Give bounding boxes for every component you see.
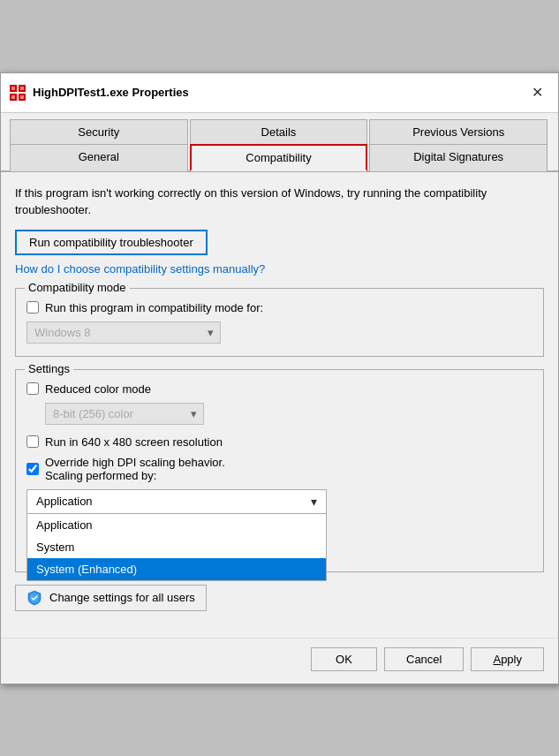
tab-general[interactable]: General	[10, 144, 188, 171]
compat-mode-checkbox-row: Run this program in compatibility mode f…	[26, 301, 533, 314]
tab-previous-versions[interactable]: Previous Versions	[369, 119, 548, 144]
title-bar: HighDPITest1.exe Properties ✕	[1, 73, 558, 113]
override-dpi-text: Override high DPI scaling behavior. Scal…	[45, 456, 225, 482]
ok-button[interactable]: OK	[311, 647, 377, 671]
dpi-dropdown-wrapper: Application ▾ Application System System …	[26, 489, 327, 514]
cancel-button[interactable]: Cancel	[384, 647, 464, 671]
dpi-dropdown-arrow-icon: ▾	[311, 495, 317, 509]
footer-buttons: OK Cancel Apply	[1, 638, 558, 684]
svg-rect-4	[11, 87, 15, 90]
dpi-option-application[interactable]: Application	[27, 514, 326, 536]
color-select[interactable]: 8-bit (256) color 16-bit color	[45, 403, 204, 425]
resolution-label: Run in 640 x 480 screen resolution	[45, 435, 223, 449]
close-button[interactable]: ✕	[525, 80, 549, 105]
resolution-row: Run in 640 x 480 screen resolution	[26, 435, 533, 449]
reduced-color-row: Reduced color mode	[26, 382, 533, 396]
dpi-dropdown-list: Application System System (Enhanced)	[26, 514, 327, 581]
tabs-container: Security Details Previous Versions Gener…	[1, 113, 558, 172]
svg-rect-5	[20, 87, 24, 90]
dpi-dropdown-value: Application	[36, 495, 93, 508]
change-settings-label: Change settings for all users	[49, 591, 195, 604]
settings-group: Settings Reduced color mode 8-bit (256) …	[15, 369, 544, 572]
shield-icon	[26, 590, 42, 606]
dpi-option-system[interactable]: System	[27, 536, 326, 558]
compat-mode-checkbox[interactable]	[26, 301, 39, 314]
change-settings-button[interactable]: Change settings for all users	[15, 585, 207, 611]
apply-button[interactable]: Apply	[471, 647, 544, 671]
reduced-color-checkbox[interactable]	[26, 382, 39, 395]
dpi-dropdown[interactable]: Application ▾	[26, 489, 327, 514]
app-icon	[10, 85, 26, 101]
settings-label: Settings	[25, 362, 73, 375]
compatibility-mode-group: Compatibility mode Run this program in c…	[15, 288, 544, 357]
override-dpi-row: Override high DPI scaling behavior. Scal…	[26, 456, 533, 482]
tab-details[interactable]: Details	[190, 119, 368, 144]
run-troubleshooter-button[interactable]: Run compatibility troubleshooter	[15, 230, 208, 255]
help-link[interactable]: How do I choose compatibility settings m…	[15, 262, 544, 276]
compatibility-mode-label: Compatibility mode	[25, 281, 130, 294]
description-text: If this program isn't working correctly …	[15, 185, 544, 219]
compat-mode-select-wrapper: Windows 8 Windows 7 Windows XP Windows V…	[26, 321, 221, 344]
reduced-color-label: Reduced color mode	[45, 382, 151, 396]
window-title: HighDPITest1.exe Properties	[33, 86, 189, 99]
tab-security[interactable]: Security	[10, 119, 188, 144]
color-select-wrapper: 8-bit (256) color 16-bit color	[45, 403, 204, 425]
tab-digital-signatures[interactable]: Digital Signatures	[369, 144, 548, 171]
svg-rect-7	[20, 95, 24, 99]
svg-rect-6	[11, 95, 15, 99]
dpi-option-system-enhanced[interactable]: System (Enhanced)	[27, 558, 326, 580]
compat-mode-checkbox-label: Run this program in compatibility mode f…	[45, 301, 263, 314]
resolution-checkbox[interactable]	[26, 435, 39, 448]
override-dpi-checkbox[interactable]	[26, 463, 39, 475]
compat-mode-select[interactable]: Windows 8 Windows 7 Windows XP Windows V…	[26, 321, 221, 344]
tab-compatibility[interactable]: Compatibility	[190, 144, 368, 171]
content-area: If this program isn't working correctly …	[1, 172, 558, 638]
title-bar-left: HighDPITest1.exe Properties	[10, 85, 189, 101]
properties-window: HighDPITest1.exe Properties ✕ Security D…	[0, 72, 559, 684]
